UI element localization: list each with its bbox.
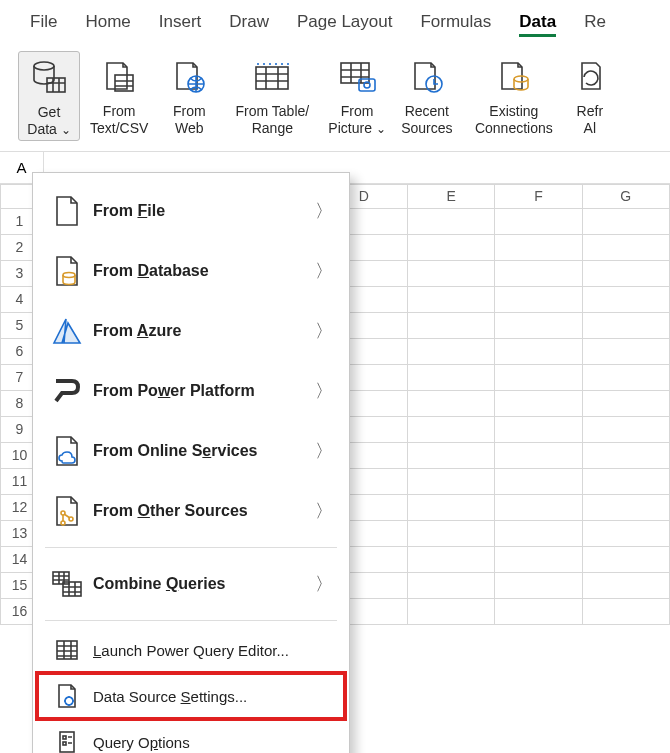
menu-label: From Online Services [85, 442, 315, 460]
tab-data[interactable]: Data [519, 10, 556, 37]
power-platform-icon [49, 377, 85, 405]
azure-icon [49, 317, 85, 345]
recent-sources-button[interactable]: RecentSources [396, 51, 458, 139]
from-picture-button[interactable]: FromPicture ⌄ [324, 51, 389, 139]
from-web-button[interactable]: FromWeb [158, 51, 220, 139]
menu-launch-power-query-editor[interactable]: Launch Power Query Editor... [37, 627, 345, 673]
menu-from-azure[interactable]: From Azure 〉 [37, 301, 345, 361]
chevron-right-icon: 〉 [315, 319, 333, 343]
chevron-down-icon: ⌄ [376, 122, 386, 136]
svg-rect-5 [341, 63, 369, 83]
menu-combine-queries[interactable]: Combine Queries 〉 [37, 554, 345, 614]
svg-point-0 [34, 62, 54, 70]
col-header[interactable]: F [495, 184, 582, 208]
svg-rect-4 [256, 67, 288, 89]
chevron-right-icon: 〉 [315, 439, 333, 463]
menu-query-options[interactable]: Query Options [37, 719, 345, 753]
file-gear-icon [49, 683, 85, 709]
svg-rect-1 [47, 78, 65, 92]
get-data-button[interactable]: GetData ⌄ [18, 51, 80, 141]
table-icon [252, 53, 292, 101]
menu-label: Launch Power Query Editor... [85, 642, 333, 659]
pq-editor-icon [49, 639, 85, 661]
options-icon [49, 730, 85, 753]
chevron-right-icon: 〉 [315, 199, 333, 223]
refresh-icon [576, 53, 604, 101]
chevron-right-icon: 〉 [315, 499, 333, 523]
col-header[interactable]: G [582, 184, 669, 208]
from-table-range-button[interactable]: From Table/Range [226, 51, 318, 139]
file-database-icon [49, 255, 85, 287]
tab-draw[interactable]: Draw [229, 10, 269, 37]
file-nodes-icon [49, 495, 85, 527]
combine-tables-icon [49, 570, 85, 598]
svg-point-13 [61, 521, 65, 525]
chevron-down-icon: ⌄ [61, 123, 71, 137]
tab-formulas[interactable]: Formulas [420, 10, 491, 37]
get-data-menu: From File 〉 From Database 〉 From Azure 〉… [32, 172, 350, 753]
tab-home[interactable]: Home [85, 10, 130, 37]
ribbon-tabs: File Home Insert Draw Page Layout Formul… [0, 0, 670, 45]
svg-rect-20 [63, 742, 66, 745]
menu-from-other-sources[interactable]: From Other Sources 〉 [37, 481, 345, 541]
chevron-right-icon: 〉 [315, 259, 333, 283]
menu-from-online-services[interactable]: From Online Services 〉 [37, 421, 345, 481]
database-icon [29, 54, 69, 102]
page-globe-icon [171, 53, 207, 101]
from-text-csv-button[interactable]: FromText/CSV [86, 51, 152, 139]
tab-review-partial[interactable]: Re [584, 10, 606, 37]
tab-page-layout[interactable]: Page Layout [297, 10, 392, 37]
menu-data-source-settings[interactable]: Data Source Settings... [37, 673, 345, 719]
menu-label: From Azure [85, 322, 315, 340]
svg-point-10 [63, 273, 75, 278]
menu-from-file[interactable]: From File 〉 [37, 181, 345, 241]
menu-label: From Other Sources [85, 502, 315, 520]
refresh-all-partial-button[interactable]: RefrAl [570, 51, 610, 139]
ribbon-data: GetData ⌄ FromText/CSV FromWeb From Tabl… [0, 45, 670, 152]
menu-from-database[interactable]: From Database 〉 [37, 241, 345, 301]
col-header[interactable]: E [408, 184, 495, 208]
tab-file[interactable]: File [30, 10, 57, 37]
svg-rect-18 [60, 732, 74, 752]
table-camera-icon [337, 53, 377, 101]
menu-label: Data Source Settings... [85, 688, 333, 705]
menu-label: Combine Queries [85, 575, 315, 593]
svg-rect-19 [63, 736, 66, 739]
file-cloud-icon [49, 435, 85, 467]
menu-label: From Database [85, 262, 315, 280]
page-with-doc-icon [101, 53, 137, 101]
page-clock-icon [409, 53, 445, 101]
page-db-icon [496, 53, 532, 101]
file-icon [49, 195, 85, 227]
menu-label: From File [85, 202, 315, 220]
svg-point-9 [514, 76, 528, 82]
menu-label: Query Options [85, 734, 333, 751]
existing-connections-button[interactable]: ExistingConnections [464, 51, 564, 139]
chevron-right-icon: 〉 [315, 572, 333, 596]
chevron-right-icon: 〉 [315, 379, 333, 403]
menu-from-power-platform[interactable]: From Power Platform 〉 [37, 361, 345, 421]
tab-insert[interactable]: Insert [159, 10, 202, 37]
menu-label: From Power Platform [85, 382, 315, 400]
